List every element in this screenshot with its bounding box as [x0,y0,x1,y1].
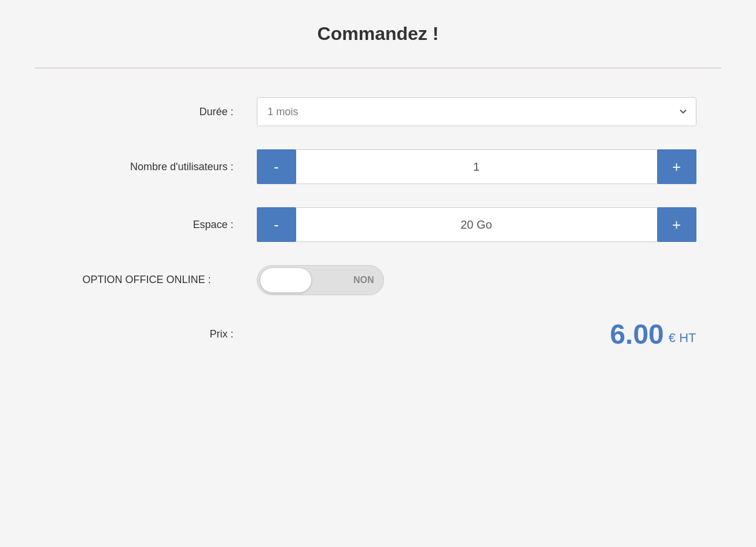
espace-stepper: - 20 Go + [257,207,696,242]
prix-value-area: 6.00 € HT [257,318,696,350]
utilisateurs-label: Nombre d'utilisateurs : [60,161,257,173]
utilisateurs-control: - 1 + [257,149,696,184]
duree-select[interactable]: 1 mois 3 mois 6 mois 12 mois [257,97,696,126]
divider [35,68,721,68]
office-online-label: OPTION OFFICE ONLINE : [60,273,257,287]
order-form: Durée : 1 mois 3 mois 6 mois 12 mois Nom… [60,97,696,362]
prix-row: Prix : 6.00 € HT [60,318,696,350]
utilisateurs-increment-button[interactable]: + [657,149,696,184]
prix-label: Prix : [60,328,257,340]
utilisateurs-decrement-button[interactable]: - [257,149,296,184]
prix-unit: € HT [669,331,696,350]
espace-value: 20 Go [296,207,657,242]
toggle-knob [260,267,312,293]
office-online-toggle-wrapper: OUI NON [257,265,696,295]
duree-control: 1 mois 3 mois 6 mois 12 mois [257,97,696,126]
duree-label: Durée : [60,106,257,118]
page-container: Commandez ! Durée : 1 mois 3 mois 6 mois… [0,0,756,547]
utilisateurs-value: 1 [296,149,657,184]
office-online-control: OUI NON [257,265,696,295]
utilisateurs-row: Nombre d'utilisateurs : - 1 + [60,149,696,184]
utilisateurs-stepper: - 1 + [257,149,696,184]
espace-increment-button[interactable]: + [657,207,696,242]
toggle-track: OUI NON [257,265,384,295]
office-online-row: OPTION OFFICE ONLINE : OUI NON [60,265,696,295]
toggle-non-label: NON [353,275,374,285]
duree-row: Durée : 1 mois 3 mois 6 mois 12 mois [60,97,696,126]
espace-label: Espace : [60,219,257,231]
espace-decrement-button[interactable]: - [257,207,296,242]
page-title: Commandez ! [35,23,721,56]
espace-row: Espace : - 20 Go + [60,207,696,242]
office-online-toggle[interactable]: OUI NON [257,265,384,295]
espace-control: - 20 Go + [257,207,696,242]
prix-amount: 6.00 [610,318,663,350]
